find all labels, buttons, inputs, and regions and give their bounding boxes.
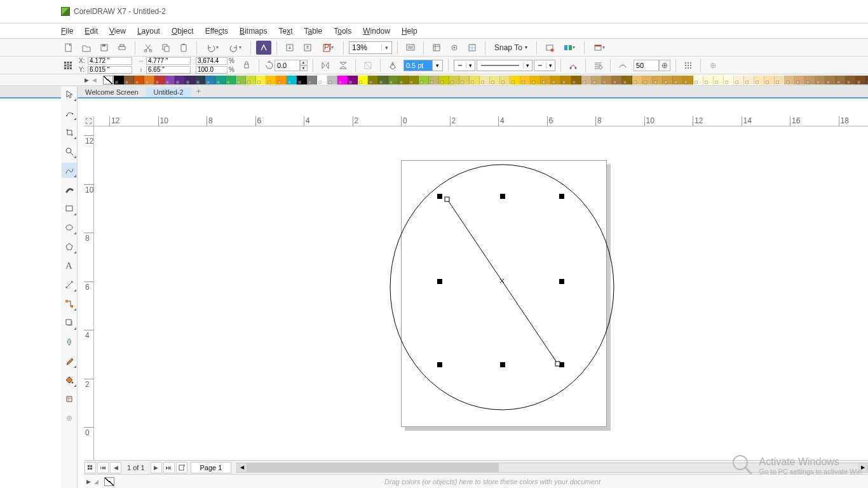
publish-pdf-button[interactable]: PDF▾ xyxy=(318,41,338,55)
height-input[interactable] xyxy=(146,66,191,74)
drop-shadow-tool[interactable] xyxy=(62,315,77,330)
color-swatch[interactable] xyxy=(398,76,409,85)
save-button[interactable] xyxy=(97,41,112,55)
app-launcher-button[interactable]: ▾ xyxy=(560,41,579,55)
color-swatch[interactable] xyxy=(602,76,612,85)
page-prev-end[interactable]: ⏮ xyxy=(97,462,109,473)
reduce-nodes-input[interactable] xyxy=(634,60,659,71)
color-swatch[interactable] xyxy=(226,76,236,85)
zoom-level-combo[interactable]: ▾ xyxy=(349,41,392,54)
menu-window[interactable]: Window xyxy=(363,27,390,36)
color-swatch[interactable] xyxy=(663,76,673,85)
color-swatch[interactable] xyxy=(714,76,724,85)
menu-layout[interactable]: Layout xyxy=(137,27,160,36)
width-input[interactable] xyxy=(146,57,191,65)
menu-bitmaps[interactable]: Bitmaps xyxy=(240,27,267,36)
show-grid-button[interactable] xyxy=(447,41,462,55)
color-swatch[interactable] xyxy=(856,76,866,85)
ellipse-tool[interactable] xyxy=(62,220,77,235)
paste-button[interactable] xyxy=(176,41,191,55)
color-swatch[interactable] xyxy=(846,76,856,85)
mirror-h-button[interactable] xyxy=(318,59,332,72)
color-swatch[interactable] xyxy=(500,76,510,85)
color-swatch[interactable] xyxy=(632,76,642,85)
color-swatch[interactable] xyxy=(114,76,124,85)
color-swatch[interactable] xyxy=(276,76,287,85)
print-button[interactable] xyxy=(114,41,130,55)
ruler-origin[interactable] xyxy=(84,116,94,126)
color-swatch[interactable] xyxy=(561,76,571,85)
color-swatch[interactable] xyxy=(571,76,581,85)
import-button[interactable] xyxy=(282,41,297,55)
color-swatch[interactable] xyxy=(734,76,744,85)
color-swatch[interactable] xyxy=(378,76,388,85)
color-swatch[interactable] xyxy=(348,76,358,85)
menu-text[interactable]: Text xyxy=(278,27,292,36)
page-tab-1[interactable]: Page 1 xyxy=(191,462,232,473)
color-swatch[interactable] xyxy=(205,76,215,85)
color-swatch[interactable] xyxy=(266,76,276,85)
color-swatch[interactable] xyxy=(388,76,398,85)
transparency-tool[interactable] xyxy=(62,334,77,349)
color-swatch[interactable] xyxy=(724,76,734,85)
interactive-fill-tool[interactable] xyxy=(62,372,77,388)
bounding-box-button[interactable] xyxy=(681,59,695,72)
color-swatch[interactable] xyxy=(429,76,439,85)
end-arrowhead-combo[interactable]: ▾ xyxy=(534,60,555,71)
color-swatch[interactable] xyxy=(510,76,520,85)
crop-tool[interactable] xyxy=(62,125,77,140)
menu-file[interactable]: File xyxy=(61,27,73,36)
rectangle-tool[interactable] xyxy=(62,201,77,216)
hscroll-thumb[interactable] xyxy=(247,463,499,472)
page-prev[interactable]: ◀ xyxy=(110,462,121,473)
color-swatch[interactable] xyxy=(825,76,836,85)
scale-y-input[interactable] xyxy=(196,66,227,74)
color-swatch[interactable] xyxy=(185,76,195,85)
redo-button[interactable]: ▾ xyxy=(225,41,245,55)
color-swatch[interactable] xyxy=(531,76,541,85)
show-rulers-button[interactable] xyxy=(429,41,444,55)
color-swatch[interactable] xyxy=(134,76,144,85)
color-swatch[interactable] xyxy=(256,76,266,85)
color-swatch[interactable] xyxy=(836,76,846,85)
color-swatch[interactable] xyxy=(693,76,703,85)
color-swatch[interactable] xyxy=(246,76,256,85)
color-swatch[interactable] xyxy=(775,76,785,85)
color-swatch[interactable] xyxy=(144,76,154,85)
page-first[interactable] xyxy=(85,462,96,473)
quick-customize-button[interactable]: ⊕ xyxy=(706,59,720,72)
color-swatch[interactable] xyxy=(337,76,348,85)
color-swatch[interactable] xyxy=(307,76,317,85)
color-swatch[interactable] xyxy=(287,76,297,85)
hscroll-right[interactable]: ▶ xyxy=(858,463,867,472)
undo-button[interactable]: ▾ xyxy=(202,41,222,55)
color-swatch[interactable] xyxy=(297,76,307,85)
connector-tool[interactable] xyxy=(62,296,77,311)
menu-help[interactable]: Help xyxy=(402,27,417,36)
docpalette-flyout[interactable]: ◢ xyxy=(94,478,102,485)
vertical-ruler[interactable]: 024681012 xyxy=(84,126,94,460)
welcome-screen-button[interactable]: ▾ xyxy=(590,41,609,55)
options-button[interactable] xyxy=(542,41,557,55)
color-swatch[interactable] xyxy=(419,76,429,85)
color-swatch[interactable] xyxy=(236,76,246,85)
outline-width-input[interactable] xyxy=(403,60,433,71)
color-swatch[interactable] xyxy=(653,76,663,85)
color-swatch[interactable] xyxy=(541,76,551,85)
zoom-input[interactable] xyxy=(349,42,381,53)
menu-tools[interactable]: Tools xyxy=(334,27,351,36)
object-origin-icon[interactable] xyxy=(61,59,75,72)
color-swatch[interactable] xyxy=(317,76,327,85)
color-swatch[interactable] xyxy=(409,76,419,85)
show-guidelines-button[interactable] xyxy=(465,41,480,55)
color-swatch[interactable] xyxy=(470,76,480,85)
menu-effects[interactable]: Effects xyxy=(205,27,228,36)
color-swatch[interactable] xyxy=(215,76,226,85)
zoom-tool[interactable] xyxy=(62,144,77,159)
color-swatch[interactable] xyxy=(703,76,714,85)
color-swatch[interactable] xyxy=(683,76,693,85)
color-swatch[interactable] xyxy=(327,76,337,85)
no-color-swatch[interactable] xyxy=(103,76,113,85)
menu-view[interactable]: View xyxy=(109,27,126,36)
parallel-dimension-tool[interactable] xyxy=(62,277,77,292)
